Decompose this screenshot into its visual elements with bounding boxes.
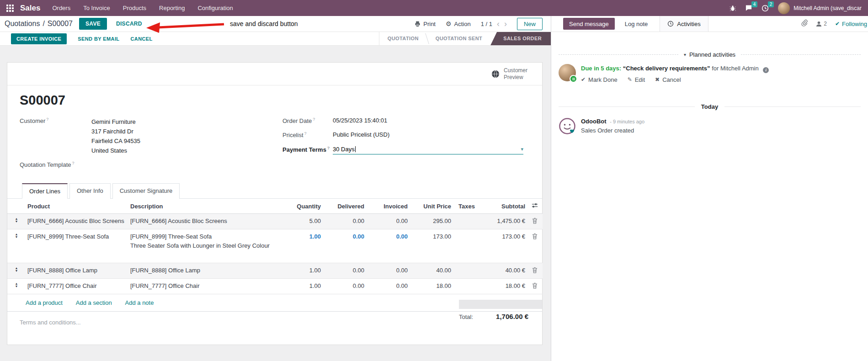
cell-quantity[interactable]: 1.00 (279, 279, 323, 294)
mark-done-button[interactable]: ✔ Mark Done (581, 76, 618, 83)
followers-button[interactable]: 2 (816, 21, 827, 27)
tab-other-info[interactable]: Other Info (69, 183, 111, 199)
delete-line-button[interactable] (527, 229, 543, 263)
order-name-title[interactable]: S00007 (20, 93, 530, 108)
dropdown-caret-icon[interactable]: ▾ (521, 146, 523, 152)
cell-unit-price[interactable]: 295.00 (410, 214, 453, 229)
add-product-link[interactable]: Add a product (26, 299, 63, 306)
order-line-row[interactable]: ▲▼ [FURN_6666] Acoustic Bloc Screens [FU… (7, 214, 543, 229)
delete-line-button[interactable] (527, 214, 543, 229)
nav-item-orders[interactable]: Orders (52, 5, 70, 11)
following-button[interactable]: ✔ Following (835, 21, 867, 27)
cell-taxes[interactable] (453, 229, 485, 263)
planned-activities-header[interactable]: ▾ Planned activities (559, 51, 861, 58)
tab-customer-signature[interactable]: Customer Signature (112, 183, 180, 199)
stage-sales-order[interactable]: SALES ORDER (490, 32, 551, 45)
header-description[interactable]: Description (128, 199, 279, 214)
cell-product[interactable]: [FURN_8888] Office Lamp (26, 263, 128, 279)
cell-invoiced[interactable]: 0.00 (366, 263, 410, 279)
customer-preview-button[interactable]: Customer Preview (491, 67, 532, 81)
cell-quantity[interactable]: 1.00 (279, 263, 323, 279)
cell-invoiced[interactable]: 0.00 (366, 279, 410, 294)
cell-delivered[interactable]: 0.00 (323, 214, 366, 229)
attachments-button[interactable] (801, 19, 808, 28)
info-icon[interactable]: i (763, 67, 769, 73)
column-options-button[interactable] (527, 199, 543, 214)
cell-taxes[interactable] (453, 214, 485, 229)
edit-activity-button[interactable]: ✎ Edit (628, 76, 645, 83)
odoobot-avatar[interactable] (559, 117, 576, 135)
cell-product[interactable]: [FURN_8999] Three-Seat Sofa (26, 229, 128, 263)
order-line-row[interactable]: ▲▼ [FURN_8888] Office Lamp [FURN_8888] O… (7, 263, 543, 279)
message-author[interactable]: OdooBot (581, 118, 607, 125)
cell-invoiced[interactable]: 0.00 (366, 229, 410, 263)
discard-button[interactable]: DISCARD (116, 21, 142, 27)
messages-icon[interactable]: 4 (745, 5, 752, 11)
cell-delivered[interactable]: 0.00 (323, 279, 366, 294)
save-button[interactable]: SAVE (79, 18, 107, 30)
nav-item-reporting[interactable]: Reporting (159, 5, 185, 11)
header-subtotal[interactable]: Subtotal (485, 199, 527, 214)
nav-item-to-invoice[interactable]: To Invoice (83, 5, 110, 11)
add-note-link[interactable]: Add a note (125, 299, 154, 306)
cell-description[interactable]: [FURN_8999] Three-Seat Sofa Three Seater… (128, 229, 279, 263)
cell-delivered[interactable]: 0.00 (323, 229, 366, 263)
pager-previous-icon[interactable]: ‹ (497, 20, 500, 28)
new-button[interactable]: New (517, 18, 543, 30)
cell-taxes[interactable] (453, 263, 485, 279)
delete-line-button[interactable] (527, 279, 543, 294)
cell-unit-price[interactable]: 40.00 (410, 263, 453, 279)
order-line-row[interactable]: ▲▼ [FURN_7777] Office Chair [FURN_7777] … (7, 279, 543, 294)
apps-menu-icon[interactable] (6, 5, 14, 12)
terms-placeholder[interactable]: Terms and conditions... (20, 315, 81, 326)
header-unit-price[interactable]: Unit Price (410, 199, 453, 214)
cell-product[interactable]: [FURN_6666] Acoustic Bloc Screens (26, 214, 128, 229)
drag-handle-icon[interactable]: ▲▼ (7, 279, 26, 294)
pricelist-value[interactable]: Public Pricelist (USD) (333, 131, 389, 138)
header-taxes[interactable]: Taxes (453, 199, 485, 214)
activities-tab[interactable]: Activities (660, 16, 708, 32)
cell-description[interactable]: [FURN_6666] Acoustic Bloc Screens (128, 214, 279, 229)
cell-description[interactable]: [FURN_7777] Office Chair (128, 279, 279, 294)
cell-product[interactable]: [FURN_7777] Office Chair (26, 279, 128, 294)
send-message-button[interactable]: Send message (563, 18, 615, 30)
user-menu[interactable]: Mitchell Admin (save_discar (778, 2, 862, 14)
cell-quantity[interactable]: 5.00 (279, 214, 323, 229)
drag-handle-icon[interactable]: ▲▼ (7, 229, 26, 263)
header-delivered[interactable]: Delivered (323, 199, 366, 214)
cell-quantity[interactable]: 1.00 (279, 229, 323, 263)
print-button[interactable]: Print (415, 21, 436, 27)
stage-quotation-sent[interactable]: QUOTATION SENT (427, 32, 490, 45)
stage-quotation[interactable]: QUOTATION (379, 32, 427, 45)
header-invoiced[interactable]: Invoiced (366, 199, 410, 214)
create-invoice-button[interactable]: CREATE INVOICE (11, 33, 67, 44)
order-line-row[interactable]: ▲▼ [FURN_8999] Three-Seat Sofa [FURN_899… (7, 229, 543, 263)
cell-unit-price[interactable]: 173.00 (410, 229, 453, 263)
cancel-button[interactable]: CANCEL (130, 36, 152, 42)
drag-handle-icon[interactable]: ▲▼ (7, 263, 26, 279)
action-button[interactable]: ⚙ Action (446, 20, 471, 27)
cell-description[interactable]: [FURN_8888] Office Lamp (128, 263, 279, 279)
cell-taxes[interactable] (453, 279, 485, 294)
header-product[interactable]: Product (26, 199, 128, 214)
customer-name-link[interactable]: Gemini Furniture (91, 117, 140, 127)
log-note-button[interactable]: Log note (619, 16, 654, 32)
nav-item-configuration[interactable]: Configuration (197, 5, 233, 11)
header-quantity[interactable]: Quantity (279, 199, 323, 214)
tab-order-lines[interactable]: Order Lines (22, 183, 68, 199)
cell-delivered[interactable]: 0.00 (323, 263, 366, 279)
drag-handle-icon[interactable]: ▲▼ (7, 214, 26, 229)
cancel-activity-button[interactable]: ✖ Cancel (655, 76, 681, 83)
cell-unit-price[interactable]: 18.00 (410, 279, 453, 294)
nav-item-products[interactable]: Products (123, 5, 146, 11)
breadcrumb-quotations[interactable]: Quotations (5, 20, 40, 27)
debug-bug-icon[interactable] (730, 5, 736, 11)
pager-next-icon[interactable]: › (504, 20, 507, 28)
activities-clock-icon[interactable]: 2 (761, 5, 769, 12)
delete-line-button[interactable] (527, 263, 543, 279)
app-name[interactable]: Sales (20, 4, 40, 13)
order-date-value[interactable]: 05/25/2023 15:40:01 (333, 117, 387, 124)
send-by-email-button[interactable]: SEND BY EMAIL (78, 36, 119, 42)
cell-invoiced[interactable]: 0.00 (366, 214, 410, 229)
add-section-link[interactable]: Add a section (76, 299, 112, 306)
